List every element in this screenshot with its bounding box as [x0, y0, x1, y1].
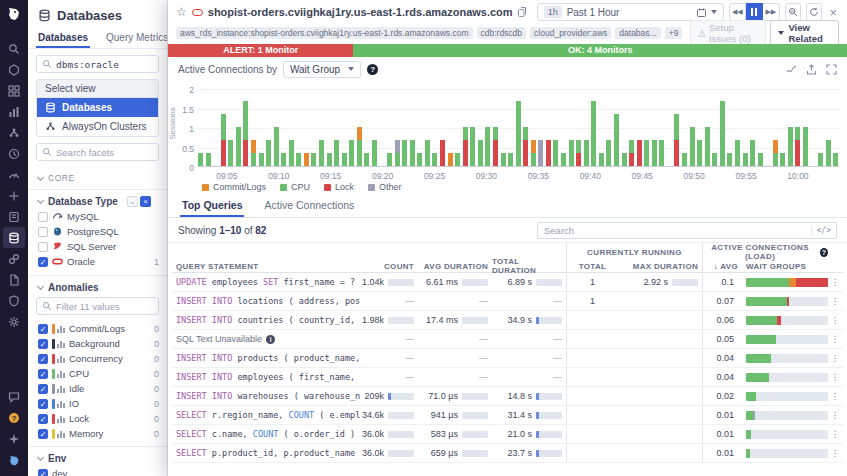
chart-bar[interactable]	[334, 140, 339, 166]
chart-bar[interactable]	[833, 153, 838, 166]
chart-bar[interactable]	[311, 153, 316, 166]
export-icon[interactable]	[806, 64, 817, 75]
infrastructure-icon[interactable]	[3, 59, 25, 80]
facet-search-input[interactable]	[56, 147, 153, 158]
chart-bar[interactable]	[561, 153, 566, 166]
help-icon[interactable]: ?	[3, 407, 25, 428]
query-statement[interactable]: INSERT INTO warehouses ( warehouse_na…	[172, 391, 360, 401]
scrub-forward-button[interactable]: ▶▶	[763, 3, 780, 21]
anomalies-header[interactable]: Anomalies	[28, 276, 167, 295]
chart-bar[interactable]	[682, 153, 687, 166]
anomalies-filter-input[interactable]	[56, 301, 153, 312]
chart-bar[interactable]	[758, 153, 763, 166]
help-icon[interactable]: ?	[820, 248, 828, 257]
wait-groups-bar[interactable]	[746, 297, 828, 306]
chart-bar[interactable]	[470, 127, 475, 166]
checkbox[interactable]	[38, 212, 48, 222]
wait-groups-bar[interactable]	[746, 354, 828, 363]
notebooks-icon[interactable]	[3, 206, 25, 227]
tag[interactable]: cdb:rdscdb	[477, 27, 527, 39]
chart-bar[interactable]	[501, 153, 506, 166]
tab-active-connections[interactable]: Active Connections	[262, 193, 356, 217]
security-icon[interactable]	[3, 290, 25, 311]
chart-bar[interactable]	[788, 127, 793, 166]
checkbox[interactable]: ✓	[38, 384, 48, 394]
help-icon[interactable]: ?	[367, 64, 378, 75]
wait-groups-bar[interactable]	[746, 449, 828, 458]
datadog-logo-icon[interactable]	[6, 6, 22, 22]
chart-bar[interactable]	[243, 101, 248, 166]
chart-bar[interactable]	[569, 140, 574, 166]
chart-bar[interactable]	[803, 127, 808, 166]
chart-bar[interactable]	[795, 127, 800, 166]
chart-bar[interactable]	[296, 153, 301, 166]
row-menu-icon[interactable]: ⋮	[828, 448, 842, 458]
chart-bar[interactable]	[818, 153, 823, 166]
databases-icon[interactable]	[3, 227, 25, 248]
chart-bar[interactable]	[485, 127, 490, 166]
row-menu-icon[interactable]: ⋮	[828, 372, 842, 382]
zoom-out-button[interactable]	[785, 3, 801, 21]
view-related-button[interactable]: View Related	[770, 20, 839, 46]
chart-bar[interactable]	[697, 140, 702, 166]
refresh-button[interactable]	[806, 3, 822, 21]
checkbox[interactable]: ✓	[38, 414, 48, 424]
chart-bar[interactable]	[387, 153, 392, 166]
ok-monitor-bar[interactable]: OK: 4 Monitors	[353, 44, 847, 57]
chart-bar[interactable]	[591, 101, 596, 166]
chart-bar[interactable]	[644, 140, 649, 166]
row-menu-icon[interactable]: ⋮	[828, 277, 842, 287]
anomaly-cpu[interactable]: ✓ CPU0	[28, 366, 167, 381]
chart-bar[interactable]	[599, 153, 604, 166]
chart-bar[interactable]	[357, 127, 362, 166]
chart-bar[interactable]	[720, 101, 725, 166]
chart-bar[interactable]	[402, 140, 407, 166]
row-menu-icon[interactable]: ⋮	[828, 429, 842, 439]
metrics-icon[interactable]	[3, 101, 25, 122]
column-header[interactable]: WAIT GROUPS	[742, 257, 828, 275]
chart-bar[interactable]	[395, 140, 400, 166]
chart-bar[interactable]	[448, 153, 453, 166]
view-item-alwayson-clusters[interactable]: AlwaysOn Clusters	[37, 117, 158, 136]
chart-bar[interactable]	[251, 140, 256, 166]
upgrade-icon[interactable]	[3, 428, 25, 449]
table-row[interactable]: UPDATE employees SET first_name = ? l…1.…	[172, 273, 843, 292]
integrations-icon[interactable]	[3, 185, 25, 206]
monitors-icon[interactable]	[3, 143, 25, 164]
dashboards-icon[interactable]	[3, 80, 25, 101]
setup-issues-button[interactable]: ⚠ Setup Issues (0)	[690, 20, 766, 46]
tab-top-queries[interactable]: Top Queries	[180, 193, 244, 217]
chart-bar[interactable]	[614, 114, 619, 166]
chart-bar[interactable]	[221, 114, 226, 166]
panel-tab-query-metrics[interactable]: Query Metrics	[104, 29, 168, 48]
dbms-search-box[interactable]	[36, 55, 159, 73]
close-icon[interactable]: ×	[827, 5, 839, 20]
checkbox[interactable]: ✓	[38, 369, 48, 379]
chart-bar[interactable]	[417, 153, 422, 166]
alert-monitor-bar[interactable]: ALERT: 1 Monitor	[168, 44, 353, 57]
query-statement[interactable]: INSERT INTO countries ( country_id, c…	[172, 315, 360, 325]
anomaly-commit-logs[interactable]: ✓ Commit/Logs0	[28, 321, 167, 336]
chart-bar[interactable]	[281, 153, 286, 166]
chart-bar[interactable]	[659, 140, 664, 166]
checkbox[interactable]: ✓	[38, 324, 48, 334]
search-icon[interactable]	[3, 38, 25, 59]
chart-bar[interactable]	[523, 127, 528, 166]
logs-icon[interactable]	[3, 269, 25, 290]
table-row[interactable]: INSERT INTO locations ( address, post…——…	[172, 292, 843, 311]
checkbox[interactable]	[38, 242, 48, 252]
chart-bar[interactable]	[304, 153, 309, 166]
env-dev[interactable]: ✓dev	[28, 466, 167, 476]
chart-bar[interactable]	[553, 140, 558, 166]
chart-bar[interactable]	[637, 140, 642, 166]
chart-bar[interactable]	[455, 153, 460, 166]
checkbox[interactable]: ✓	[38, 354, 48, 364]
wait-groups-bar[interactable]	[746, 335, 828, 344]
wait-groups-bar[interactable]	[746, 430, 828, 439]
chart-bar[interactable]	[750, 140, 755, 166]
column-header[interactable]	[828, 257, 842, 275]
facet-search-box[interactable]	[36, 143, 159, 161]
dbms-search-input[interactable]	[56, 59, 153, 70]
checkbox[interactable]: ✓	[38, 429, 48, 439]
apm-icon[interactable]	[3, 164, 25, 185]
